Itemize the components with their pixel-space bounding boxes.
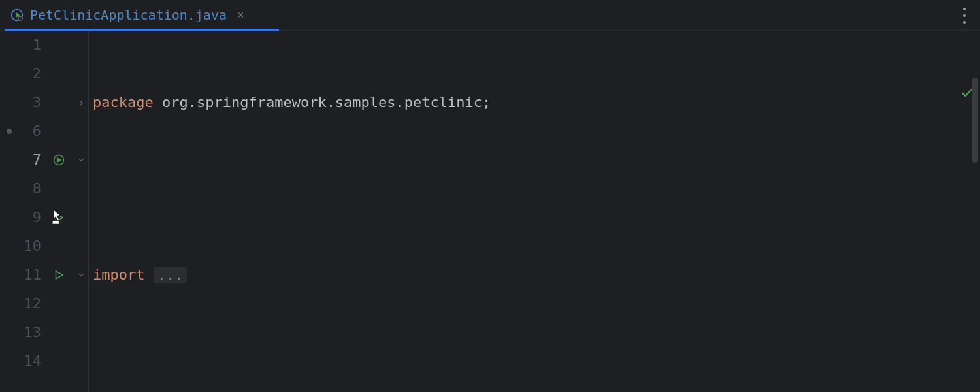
line-number: 2 xyxy=(33,59,41,88)
svg-marker-6 xyxy=(57,157,62,163)
fold-collapse-icon[interactable]: › xyxy=(67,273,95,276)
code-editor[interactable]: 1 2 3 › 6 7 › 8 9 10 11 xyxy=(0,31,980,392)
line-number: 10 xyxy=(24,232,42,261)
line-number: 1 xyxy=(33,31,41,59)
editor-gutter: 1 2 3 › 6 7 › 8 9 10 11 xyxy=(0,31,89,392)
code-content[interactable]: package org.springframework.samples.petc… xyxy=(89,31,980,392)
fold-expand-icon[interactable]: › xyxy=(80,88,83,117)
line-number: 7 xyxy=(33,146,41,174)
tab-options-button[interactable] xyxy=(963,0,966,31)
line-number: 14 xyxy=(24,347,42,376)
scrollbar-thumb[interactable] xyxy=(972,78,978,163)
keyword: package xyxy=(93,94,154,110)
run-class-gutter-icon[interactable] xyxy=(53,154,65,166)
breakpoint-indicator[interactable] xyxy=(7,129,12,134)
line-number: 13 xyxy=(24,318,42,347)
line-number: 3 xyxy=(33,88,41,117)
run-class-gutter-icon[interactable] xyxy=(53,212,65,223)
line-number: 8 xyxy=(33,174,41,203)
tab-close-button[interactable]: × xyxy=(237,8,244,22)
line-number: 11 xyxy=(24,261,42,289)
folded-imports[interactable]: ... xyxy=(154,267,188,283)
line-number: 6 xyxy=(33,117,41,146)
fold-collapse-icon[interactable]: › xyxy=(67,158,95,161)
run-method-gutter-icon[interactable] xyxy=(53,269,65,281)
tab-bar: PetClinicApplication.java × xyxy=(0,0,980,31)
package-path: org.springframework.samples.petclinic xyxy=(162,94,482,110)
tab-filename: PetClinicApplication.java xyxy=(30,7,227,23)
run-file-icon xyxy=(10,8,24,22)
inspection-ok-icon[interactable] xyxy=(960,80,973,109)
svg-marker-7 xyxy=(56,214,63,221)
svg-marker-8 xyxy=(56,271,63,279)
line-number: 12 xyxy=(24,289,42,318)
editor-tab[interactable]: PetClinicApplication.java × xyxy=(0,0,255,31)
line-number: 9 xyxy=(33,203,41,232)
keyword: import xyxy=(93,267,144,283)
